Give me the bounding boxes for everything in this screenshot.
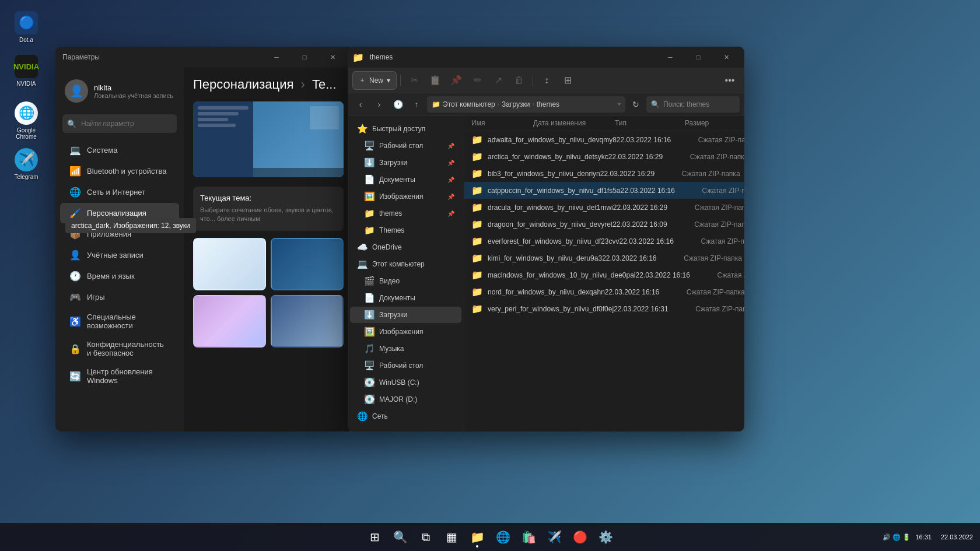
table-row[interactable]: 📁dracula_for_windows_by_niivu_det1mwi 22… xyxy=(464,199,744,216)
sidebar-item-this-pc[interactable]: 💻 Этот компьютер xyxy=(350,256,461,272)
sidebar-item-accessibility[interactable]: ♿ Специальные возможности xyxy=(60,308,179,335)
table-row[interactable]: 📁catppuccin_for_windows_by_niivu_df1fs5a… xyxy=(464,182,744,199)
sidebar-item-time[interactable]: 🕐 Время и язык xyxy=(60,266,179,286)
sidebar-item-personalization[interactable]: 🖌️ Персонализация xyxy=(60,203,179,223)
close-button[interactable]: ✕ xyxy=(319,48,346,66)
sidebar-item-desktop2[interactable]: 🖥️ Рабочий стол xyxy=(350,357,461,374)
paste-button[interactable]: 📌 xyxy=(446,71,466,90)
sidebar-item-music[interactable]: 🎵 Музыка xyxy=(350,341,461,357)
current-theme-section: Текущая тема: Выберите сочетание обоев, … xyxy=(193,187,344,231)
table-row[interactable]: 📁macindows_for_windows_10_by_niivu_dee0p… xyxy=(464,266,744,283)
sidebar-item-privacy[interactable]: 🔒 Конфиденциальность и безопасноc xyxy=(60,335,179,362)
theme-thumbnail-4[interactable] xyxy=(271,295,344,348)
search-bar[interactable]: 🔍 Поиск: themes xyxy=(646,96,740,113)
copy-button[interactable]: 📋 xyxy=(425,71,445,90)
taskbar-store[interactable]: 🛍️ xyxy=(517,525,540,549)
sidebar-item-apps[interactable]: 📦 Приложения xyxy=(60,224,179,244)
documents-icon: 📄 xyxy=(364,293,374,303)
sidebar-item-winusb[interactable]: 💽 WinUSB (C:) xyxy=(350,374,461,391)
sidebar-item-major[interactable]: 💽 MAJOR (D:) xyxy=(350,391,461,408)
desktop-icon-dotnet[interactable]: 🔵 Dot.a xyxy=(6,9,47,45)
taskbar-time[interactable]: 16:31 xyxy=(915,534,932,541)
up-button[interactable]: ↑ xyxy=(408,96,425,113)
folder-icon: 📁 xyxy=(364,225,374,236)
desktop-icon-nvidia[interactable]: NVIDIA NVIDIA xyxy=(6,52,47,89)
theme-thumbnail-1[interactable] xyxy=(193,238,266,290)
sidebar-item-onedrive[interactable]: ☁️ OneDrive xyxy=(350,239,461,255)
table-row[interactable]: 📁very_peri_for_windows_by_niivu_df0f0ej … xyxy=(464,300,744,317)
music-icon: 🎵 xyxy=(364,343,374,354)
taskbar-vivaldi[interactable]: 🔴 xyxy=(568,525,592,549)
sidebar-item-documents2[interactable]: 📄 Документы xyxy=(350,290,461,306)
sidebar-item-video[interactable]: 🎬 Видео xyxy=(350,273,461,289)
sidebar-item-desktop[interactable]: 🖥️ Рабочий стол 📌 xyxy=(350,138,461,154)
recent-button[interactable]: 🕐 xyxy=(390,96,406,113)
cut-button[interactable]: ✂ xyxy=(404,71,424,90)
new-button[interactable]: ＋ New ▾ xyxy=(352,71,397,90)
sidebar-item-label: Время и язык xyxy=(87,272,135,280)
downloads-icon: ⬇️ xyxy=(364,310,374,320)
sort-button[interactable]: ↕ xyxy=(537,71,556,90)
taskbar-search[interactable]: 🔍 xyxy=(388,525,412,549)
share-button[interactable]: ↗ xyxy=(488,71,508,90)
table-row[interactable]: 📁kimi_for_windows_by_niivu_deru9a3 22.03… xyxy=(464,250,744,266)
view-button[interactable]: ⊞ xyxy=(558,71,578,90)
theme-thumbnail-3[interactable] xyxy=(193,295,266,348)
sidebar-item-system[interactable]: 💻 Система xyxy=(60,140,179,160)
explorer-maximize-button[interactable]: □ xyxy=(685,48,712,66)
explorer-close-button[interactable]: ✕ xyxy=(713,48,740,66)
col-name[interactable]: Имя xyxy=(471,119,533,127)
sidebar-item-documents[interactable]: 📄 Документы 📌 xyxy=(350,171,461,188)
delete-button[interactable]: 🗑 xyxy=(509,71,529,90)
col-date[interactable]: Дата изменения xyxy=(533,119,615,127)
sidebar-item-themes-folder[interactable]: 📁 themes 📌 xyxy=(350,205,461,222)
table-row[interactable]: 📁dragoon_for_windows_by_niivu_devyret 22… xyxy=(464,216,744,233)
table-row[interactable]: 📁arctica_for_windows_by_niivu_detsykc 22… xyxy=(464,148,744,165)
rename-button[interactable]: ✏ xyxy=(467,71,487,90)
settings-search-input[interactable] xyxy=(62,114,177,133)
taskbar-telegram[interactable]: ✈️ xyxy=(542,525,566,549)
sidebar-item-accounts[interactable]: 👤 Учётные записи xyxy=(60,245,179,265)
forward-button[interactable]: › xyxy=(371,96,387,113)
sidebar-item-themes-upper[interactable]: 📁 Themes xyxy=(350,222,461,238)
col-type[interactable]: Тип xyxy=(615,119,685,127)
sidebar-item-bluetooth[interactable]: 📶 Bluetooth и устройства xyxy=(60,161,179,181)
back-button[interactable]: ‹ xyxy=(352,96,369,113)
table-row[interactable]: 📁nord_for_windows_by_niivu_dexqahn 22.03… xyxy=(464,283,744,300)
sidebar-item-network[interactable]: 🌐 Сеть и Интернет xyxy=(60,182,179,202)
taskbar-explorer[interactable]: 📁 xyxy=(466,525,489,549)
toolbar-sep-1 xyxy=(400,75,401,86)
taskbar-edge[interactable]: 🌐 xyxy=(491,525,514,549)
desktop-icon-chrome[interactable]: 🌐 Google Chrome xyxy=(6,99,47,142)
taskbar-settings[interactable]: ⚙️ xyxy=(594,525,617,549)
table-row[interactable]: 📁everforest_for_windows_by_niivu_df23cvv… xyxy=(464,233,744,250)
sidebar-item-downloads[interactable]: ⬇️ Загрузки 📌 xyxy=(350,155,461,171)
sidebar-item-quick-access[interactable]: ⭐ Быстрый доступ xyxy=(350,121,461,137)
taskbar-widgets[interactable]: ▦ xyxy=(440,525,463,549)
address-bar[interactable]: 📁 Этот компьютер › Загрузки › themes ▾ xyxy=(427,96,625,113)
table-row[interactable]: 📁bib3_for_windows_by_niivu_denriyn 22.03… xyxy=(464,165,744,182)
taskbar-taskview[interactable]: ⧉ xyxy=(414,525,438,549)
sidebar-item-games[interactable]: 🎮 Игры xyxy=(60,287,179,307)
theme-thumbnail-2[interactable] xyxy=(271,238,344,290)
search-placeholder: Поиск: themes xyxy=(663,100,709,108)
taskbar-date[interactable]: 22.03.2022 xyxy=(941,534,973,541)
minimize-button[interactable]: ─ xyxy=(263,48,290,66)
sidebar-item-images2[interactable]: 🖼️ Изображения xyxy=(350,324,461,340)
desktop-icon-telegram[interactable]: ✈️ Telegram xyxy=(6,146,47,183)
user-profile[interactable]: 👤 nikita Локальная учётная запись xyxy=(55,72,184,110)
maximize-button[interactable]: □ xyxy=(291,48,318,66)
sidebar-item-update[interactable]: 🔄 Центр обновления Windows xyxy=(60,363,179,389)
folder-zip-icon: 📁 xyxy=(471,168,483,179)
sidebar-item-downloads2[interactable]: ⬇️ Загрузки xyxy=(350,307,461,323)
col-size[interactable]: Размер xyxy=(685,119,737,127)
sidebar-item-label: Этот компьютер xyxy=(372,260,425,268)
explorer-toolbar: ＋ New ▾ ✂ 📋 📌 ✏ ↗ 🗑 ↕ ⊞ ••• xyxy=(348,68,744,93)
table-row[interactable]: 📁adwaita_for_windows_by_niivu_devqmy8 22… xyxy=(464,131,744,148)
sidebar-item-network[interactable]: 🌐 Сеть xyxy=(350,408,461,424)
explorer-minimize-button[interactable]: ─ xyxy=(657,48,684,66)
refresh-button[interactable]: ↻ xyxy=(628,96,644,113)
sidebar-item-images[interactable]: 🖼️ Изображения 📌 xyxy=(350,188,461,205)
taskbar-start[interactable]: ⊞ xyxy=(363,525,386,549)
more-button[interactable]: ••• xyxy=(720,71,740,90)
